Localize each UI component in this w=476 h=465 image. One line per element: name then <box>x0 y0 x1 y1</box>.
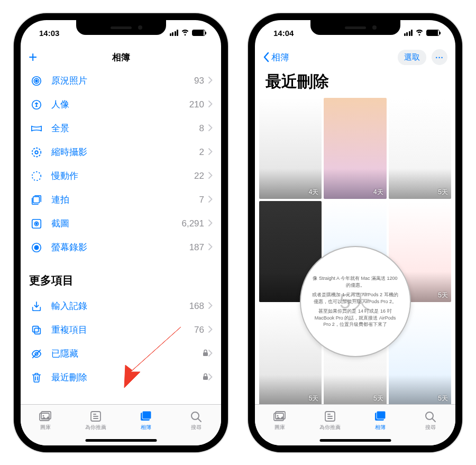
svg-rect-7 <box>33 196 40 203</box>
svg-rect-22 <box>93 414 96 415</box>
tab-albums[interactable]: 相簿 <box>121 405 171 436</box>
row-count: 8 <box>199 123 204 134</box>
album-row-burst[interactable]: 連拍7 <box>21 188 221 212</box>
navbar-left: + 相簿 <box>21 45 221 69</box>
photo-thumb[interactable]: 4天 <box>259 98 322 199</box>
row-count: 168 <box>189 301 204 312</box>
row-count: 76 <box>194 325 204 335</box>
phone-left: 14:03 + 相簿 原況照片93人像210全景8縮時攝影2慢動作22連拍7截圖… <box>14 13 228 452</box>
tab-library[interactable]: 圖庫 <box>255 405 305 436</box>
album-row-import[interactable]: 輸入記錄168 <box>21 294 221 318</box>
pano-icon <box>29 121 44 136</box>
days-badge: 4天 <box>373 188 383 197</box>
tab-foryou[interactable]: 為你推薦 <box>305 405 355 436</box>
chevron-icon <box>208 373 213 382</box>
tab-label: 圖庫 <box>40 424 51 431</box>
row-label: 連拍 <box>51 194 199 206</box>
svg-rect-24 <box>93 418 98 419</box>
row-label: 慢動作 <box>51 170 194 182</box>
album-row-hidden[interactable]: 已隱藏 <box>21 342 221 366</box>
row-count: 2 <box>199 147 204 158</box>
svg-rect-26 <box>142 411 151 419</box>
album-row-trash[interactable]: 最近刪除 <box>21 366 221 389</box>
more-button[interactable]: ··· <box>432 49 447 65</box>
row-label: 最近刪除 <box>51 371 203 384</box>
album-row-dup[interactable]: 重複項目76 <box>21 318 221 342</box>
hidden-icon <box>29 347 44 361</box>
chevron-icon <box>208 100 213 110</box>
row-label: 螢幕錄影 <box>51 241 189 253</box>
row-count: 6,291 <box>181 218 204 229</box>
chevron-icon <box>208 325 213 335</box>
trash-icon <box>29 370 44 385</box>
album-list[interactable]: 原況照片93人像210全景8縮時攝影2慢動作22連拍7截圖6,291螢幕錄影18… <box>21 69 221 404</box>
days-badge: 5天 <box>309 394 319 403</box>
row-label: 已隱藏 <box>51 348 203 360</box>
back-button[interactable]: 相簿 <box>263 51 289 63</box>
magnifier-overlay: 像 Straight A 今年就有 Mac 滿萬送 1200 的優惠。 或者是購… <box>300 246 411 357</box>
svg-rect-17 <box>203 376 208 380</box>
album-row-slomo[interactable]: 慢動作22 <box>21 164 221 188</box>
tab-albums[interactable]: 相簿 <box>355 405 406 436</box>
tab-label: 相簿 <box>375 424 386 431</box>
tab-library[interactable]: 圖庫 <box>21 405 71 436</box>
row-count: 210 <box>189 99 204 110</box>
tab-label: 相簿 <box>141 424 151 431</box>
tab-search[interactable]: 搜尋 <box>171 405 221 436</box>
phone-right: 14:04 相簿 選取 ··· 最近刪除 4天4天5天5天5天5天5天5天5天5… <box>248 13 462 452</box>
svg-point-5 <box>35 151 38 154</box>
days-badge: 4天 <box>309 188 319 197</box>
svg-point-30 <box>277 415 279 416</box>
tab-label: 搜尋 <box>191 424 202 431</box>
svg-point-12 <box>34 245 38 249</box>
row-count: 187 <box>189 242 204 253</box>
lock-icon <box>203 349 208 359</box>
battery-icon <box>192 30 205 36</box>
photo-grid[interactable]: 4天4天5天5天5天5天5天5天5天5天5天5天 像 Straight A 今年… <box>255 98 455 408</box>
svg-rect-36 <box>377 411 386 419</box>
album-row-screenrec[interactable]: 螢幕錄影187 <box>21 235 221 259</box>
chevron-icon <box>208 76 213 86</box>
row-count: 22 <box>194 171 204 181</box>
signal-icon <box>404 30 413 36</box>
large-title: 最近刪除 <box>255 69 455 98</box>
row-label: 輸入記錄 <box>51 300 189 312</box>
row-label: 全景 <box>51 122 199 134</box>
chevron-icon <box>208 171 213 181</box>
album-row-portrait[interactable]: 人像210 <box>21 93 221 116</box>
album-row-live[interactable]: 原況照片93 <box>21 69 221 93</box>
wifi-icon <box>181 29 189 38</box>
photo-thumb[interactable]: 5天 <box>389 98 451 199</box>
add-button[interactable]: + <box>29 49 37 66</box>
select-button[interactable]: 選取 <box>398 50 426 65</box>
svg-point-2 <box>35 80 38 82</box>
tab-label: 搜尋 <box>425 424 436 431</box>
time: 14:04 <box>273 29 294 38</box>
svg-rect-33 <box>327 416 333 417</box>
tab-label: 圖庫 <box>274 424 285 431</box>
svg-point-20 <box>43 415 44 416</box>
svg-point-4 <box>32 148 41 157</box>
live-icon <box>29 74 44 88</box>
tab-search[interactable]: 搜尋 <box>405 405 455 436</box>
lock-icon <box>203 373 208 382</box>
tab-label: 為你推薦 <box>85 424 106 431</box>
album-row-pano[interactable]: 全景8 <box>21 116 221 140</box>
row-label: 人像 <box>51 98 189 111</box>
photo-thumb[interactable]: 4天 <box>324 98 386 199</box>
svg-point-10 <box>36 223 38 224</box>
chevron-icon <box>208 124 213 133</box>
screenshot-icon <box>29 216 44 231</box>
section-header: 更多項目 <box>21 259 221 294</box>
chevron-icon <box>208 195 213 205</box>
import-icon <box>29 299 44 314</box>
album-row-timelapse[interactable]: 縮時攝影2 <box>21 140 221 164</box>
album-row-screenshot[interactable]: 截圖6,291 <box>21 212 221 235</box>
screen-left: 14:03 + 相簿 原況照片93人像210全景8縮時攝影2慢動作22連拍7截圖… <box>21 20 221 445</box>
row-label: 縮時攝影 <box>51 146 199 158</box>
page-title: 相簿 <box>21 51 221 63</box>
tab-label: 為你推薦 <box>319 424 341 431</box>
timelapse-icon <box>29 145 44 160</box>
tab-foryou[interactable]: 為你推薦 <box>71 405 121 436</box>
row-label: 原況照片 <box>51 75 194 87</box>
